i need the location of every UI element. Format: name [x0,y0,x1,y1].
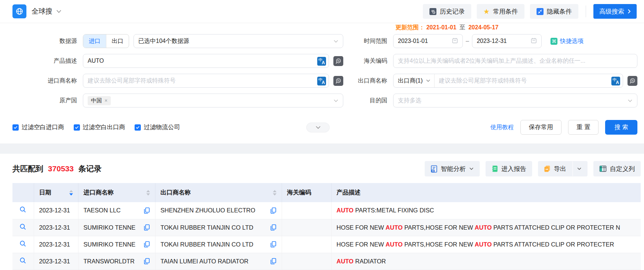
exporter-type-select[interactable]: 出口商(1) [394,74,435,87]
chevron-down-icon [315,126,321,129]
exporter-input[interactable] [435,77,623,84]
filter-blank-importer-checkbox[interactable]: 过滤空白进口商 [12,123,64,131]
filter-label: 过滤物流公司 [144,123,180,131]
copy-icon[interactable] [144,241,150,248]
checkbox-checked-icon [12,124,19,131]
filter-blank-exporter-checkbox[interactable]: 过滤空白出口商 [74,123,125,131]
quick-options-link[interactable]: ⌘ 快捷选项 [550,37,583,45]
custom-columns-button[interactable]: 自定义列 [593,161,641,176]
destination-country-label: 目的国 [343,97,387,105]
copy-icon[interactable] [270,207,277,214]
copy-icon[interactable] [144,258,150,264]
product-column-header: 产品描述 [331,183,641,202]
translate-zh-en-icon[interactable]: 中A [317,57,326,66]
export-button[interactable]: 导出 [538,161,588,176]
start-date-picker[interactable]: 2023-01-01 [393,34,463,48]
data-source-label: 数据源 [12,37,77,45]
update-range-to: 至 [460,24,465,30]
row-detail-cell [12,236,34,253]
end-date-picker[interactable]: 2023-12-31 [472,34,542,48]
origin-country-select[interactable]: 中国 × [83,94,343,107]
magnifier-icon[interactable] [19,240,26,247]
enter-report-label: 进入报告 [501,165,526,173]
section-divider [0,143,644,154]
magnifier-icon[interactable] [19,206,26,213]
copy-icon[interactable] [144,224,150,231]
product-desc-field: 中A [83,54,329,68]
export-tab[interactable]: 出口 [106,34,129,48]
sort-icons[interactable] [273,190,277,196]
exporter-cell: TOKAI RUBBER TIANJIN CO LTD [155,236,282,253]
sort-icons[interactable] [69,190,73,196]
fuzzy-match-icon[interactable] [333,76,343,86]
origin-country-chip-label: 中国 [91,97,102,104]
advanced-search-button[interactable]: 高级搜索 [593,4,637,19]
collapse-form-button[interactable] [306,123,330,132]
copy-icon[interactable] [144,207,150,214]
start-date-value: 2023-01-01 [398,38,428,44]
exporter-cell: TAIAN LUMEI AUTO RADIATOR [155,253,282,270]
translate-zh-en-icon[interactable]: 中A [317,77,326,85]
table-row: 2023-12-31 TRANSWORLDTR TAIAN LUMEI AUTO… [12,253,641,270]
date-cell: 2023-12-31 [34,253,78,270]
sort-icons[interactable] [146,190,150,196]
button-divider [572,161,573,176]
exporter-column-header[interactable]: 出口商名称 [155,183,282,202]
search-form-panel: 更新范围： 2021-01-01 至 2024-05-17 数据源 进口 出口 … [0,23,644,143]
magnifier-icon[interactable] [19,223,26,230]
favorite-conditions-label: 常用条件 [493,7,518,16]
update-range-label: 更新范围： [395,24,425,30]
copy-icon[interactable] [270,258,277,264]
date-cell: 2023-12-31 [34,236,78,253]
destination-country-select[interactable]: 支持多选 [393,94,637,107]
app-switch-chevron-down-icon[interactable] [56,10,62,13]
translate-zh-en-icon[interactable]: 中A [611,77,620,85]
import-tab[interactable]: 进口 [83,34,106,48]
row-detail-cell [12,253,34,270]
importer-input[interactable] [88,77,324,84]
enter-report-button[interactable]: 进入报告 [486,161,532,176]
export-file-icon [544,165,550,172]
data-source-select[interactable]: 已选中104个数据源 [133,34,343,48]
remove-tag-icon[interactable]: × [105,98,107,103]
filter-logistics-checkbox[interactable]: 过滤物流公司 [135,123,180,131]
globe-icon [12,4,26,18]
checkbox-checked-icon [135,124,141,131]
exporter-label: 出口商名称 [343,77,387,85]
chevron-down-icon [426,79,431,82]
reset-button[interactable]: 重 置 [568,120,599,135]
hs-code-cell [282,236,331,253]
history-icon [429,8,436,15]
search-button[interactable]: 搜 索 [605,120,637,135]
date-column-header[interactable]: 日期 [34,183,78,202]
product-desc-input[interactable] [88,58,324,64]
chevron-down-icon [333,38,339,44]
fuzzy-match-icon[interactable] [333,56,343,66]
copy-icon[interactable] [270,224,277,231]
history-button[interactable]: 历史记录 [423,4,471,19]
exporter-field: 出口商(1) 中A [393,74,623,88]
origin-country-chip: 中国 × [88,96,111,105]
chevron-down-icon [577,167,582,170]
tutorial-link[interactable]: 使用教程 [490,124,514,131]
product-desc-label: 产品描述 [12,57,77,65]
hs-code-input[interactable] [398,58,633,64]
checkbox-checked-icon [74,124,80,131]
magnifier-icon[interactable] [19,257,26,264]
importer-column-header[interactable]: 进口商名称 [78,183,155,202]
save-common-button[interactable]: 保存常用 [520,120,561,135]
importer-label: 进口商名称 [12,77,77,85]
calendar-icon [452,37,458,45]
importer-cell: TAESON LLC [78,202,155,219]
fuzzy-match-icon[interactable] [627,76,637,86]
hide-conditions-button[interactable]: 隐藏条件 [530,4,578,19]
results-table: 日期 进口商名称 出口商名称 海关编码 产品描述 2023-12-31 TAES… [12,183,641,270]
hs-code-cell [282,202,331,219]
end-date-value: 2023-12-31 [477,38,507,44]
table-row: 2023-12-31 TAESON LLC SHENZHEN ZHUOLUO E… [12,202,641,219]
copy-icon[interactable] [270,241,277,248]
app-title: 全球搜 [32,7,52,16]
favorite-conditions-button[interactable]: ★ 常用条件 [477,4,524,19]
smart-analysis-button[interactable]: BI 智能分析 [425,161,480,176]
update-range-text: 更新范围： 2021-01-01 至 2024-05-17 [395,24,498,32]
